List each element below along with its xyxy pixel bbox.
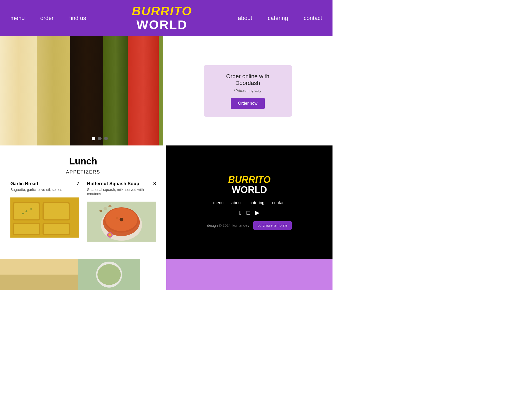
svg-point-10 (30, 208, 32, 210)
svg-point-9 (25, 210, 27, 212)
menu-item-name-1: Garlic Bread (10, 181, 38, 187)
peppers-strip (103, 36, 128, 145)
menu-item-desc-1: Baguette, garlic, olive oil, spices (10, 188, 79, 192)
instagram-icon[interactable]: □ (247, 209, 250, 216)
bottom-left-images (0, 259, 166, 290)
logo-burrito: BURRITO (132, 4, 192, 18)
svg-rect-4 (44, 203, 69, 219)
facebook-icon[interactable]:  (239, 209, 241, 216)
menu-item-name-2: Butternut Squash Soup (87, 181, 139, 187)
svg-point-20 (108, 205, 111, 207)
header: menu order find us BURRITO WORLD about c… (0, 0, 332, 36)
order-now-button[interactable]: Order now (231, 98, 265, 109)
bottom-right-lavender (166, 259, 332, 290)
lunch-section: Lunch APPETIZERS Garlic Bread 7 Baguette… (0, 145, 166, 259)
footer-bottom: design © 2024 lkumar.dev purchase templa… (207, 221, 291, 230)
svg-point-21 (99, 210, 102, 212)
carousel-dots (92, 137, 108, 140)
garlic-bread-image (10, 195, 79, 240)
nav-find-us[interactable]: find us (69, 15, 86, 22)
footer-nav: menu about catering contact (213, 201, 286, 205)
svg-point-23 (108, 233, 111, 236)
svg-point-28 (97, 264, 121, 285)
main-content: Lunch APPETIZERS Garlic Bread 7 Baguette… (0, 145, 332, 259)
menu-item-price-1: 7 (77, 181, 79, 187)
beans-strip (70, 36, 103, 145)
nav-order[interactable]: order (40, 15, 54, 22)
menu-item-soup: Butternut Squash Soup 8 Seasonal squash,… (87, 181, 156, 244)
carousel-dot-1[interactable] (92, 137, 95, 140)
footer-social:  □ ▶ (239, 209, 260, 216)
logo-world: WORLD (132, 18, 192, 32)
carousel-dot-3[interactable] (104, 137, 108, 140)
menu-items: Garlic Bread 7 Baguette, garlic, olive o… (10, 181, 156, 244)
tortilla-strip (0, 36, 37, 145)
menu-item-header-1: Garlic Bread 7 (10, 181, 79, 187)
footer-logo-burrito: BURRITO (228, 175, 270, 184)
footer-nav-about[interactable]: about (231, 201, 242, 205)
bottom-food-image-1 (0, 259, 78, 290)
nav-menu[interactable]: menu (10, 15, 25, 22)
nav-about[interactable]: about (238, 15, 252, 22)
svg-rect-6 (14, 224, 39, 234)
carousel-dot-2[interactable] (98, 137, 102, 140)
lunch-title: Lunch (10, 156, 156, 167)
tiktok-icon[interactable]: ▶ (255, 209, 260, 216)
svg-point-17 (119, 218, 123, 221)
svg-point-18 (116, 217, 118, 219)
svg-point-19 (104, 207, 107, 210)
order-box: Order online with Doordash *Prices may v… (204, 65, 292, 117)
footer-logo-world: WORLD (232, 184, 267, 195)
order-box-subtitle: *Prices may vary (217, 89, 279, 93)
order-box-title: Order online with Doordash (217, 73, 279, 87)
purchase-template-button[interactable]: purchase template (253, 221, 291, 230)
hero-section: Order online with Doordash *Prices may v… (0, 36, 332, 145)
menu-item-header-2: Butternut Squash Soup 8 (87, 181, 156, 187)
nav-contact[interactable]: contact (304, 15, 322, 22)
copyright-text: design © 2024 lkumar.dev (207, 223, 249, 228)
svg-rect-25 (0, 275, 78, 290)
bottom-row (0, 259, 332, 290)
menu-item-price-2: 8 (153, 181, 156, 187)
appetizers-label: APPETIZERS (10, 169, 156, 175)
soup-image (87, 199, 156, 244)
footer-nav-menu[interactable]: menu (213, 201, 224, 205)
nav-left: menu order find us (10, 15, 86, 22)
nav-catering[interactable]: catering (268, 15, 288, 22)
menu-item-garlic-bread: Garlic Bread 7 Baguette, garlic, olive o… (10, 181, 79, 244)
order-box-wrapper: Order online with Doordash *Prices may v… (163, 36, 332, 145)
footer-nav-contact[interactable]: contact (272, 201, 286, 205)
svg-point-11 (22, 213, 24, 214)
footer-black-section: BURRITO WORLD menu about catering contac… (166, 145, 332, 259)
bottom-food-image-2 (78, 259, 140, 290)
svg-rect-8 (44, 224, 69, 234)
footer-nav-catering[interactable]: catering (250, 201, 264, 205)
tomato-strip (128, 36, 159, 145)
nav-right: about catering contact (238, 15, 322, 22)
logo: BURRITO WORLD (132, 4, 192, 32)
rice-strip (37, 36, 70, 145)
menu-item-desc-2: Seasonal squash, milk; served with crout… (87, 188, 156, 196)
